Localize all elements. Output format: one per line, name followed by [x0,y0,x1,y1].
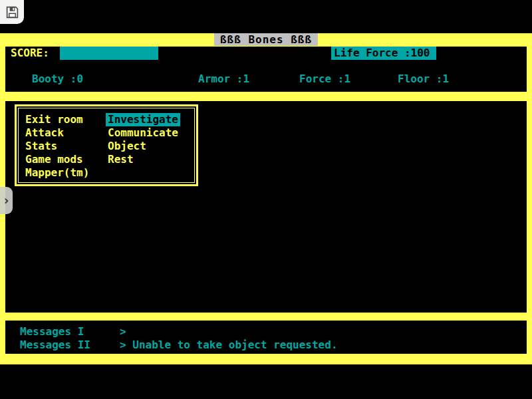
stat-floor: Floor :1 [398,72,449,86]
life-force-badge: Life Force :100 [331,47,436,60]
game-title: ßßß Bones ßßß [214,33,318,46]
stat-booty: Booty :0 [32,72,83,86]
score-bar: 0 [60,47,158,60]
menu-item-exit-room[interactable]: Exit room [25,113,89,126]
menu-item-rest[interactable]: Rest [108,153,180,166]
menu-item-investigate[interactable]: Investigate [106,113,180,126]
save-button[interactable] [0,0,24,24]
menu-item-attack[interactable]: Attack [25,126,89,140]
drawer-handle[interactable]: › [0,187,13,214]
messages-2-text: > Unable to take object requested. [120,338,338,352]
menu-column-left: Exit room Attack Stats Game mods Mapper(… [25,113,89,180]
menu-item-mapper[interactable]: Mapper(tm) [25,166,89,180]
action-menu: Exit room Attack Stats Game mods Mapper(… [15,104,198,186]
stat-force: Force :1 [299,72,350,86]
stat-armor: Armor :1 [198,72,249,86]
chevron-right-icon: › [3,194,10,207]
floppy-disk-icon [5,5,19,19]
messages-1-text: > [120,325,126,338]
menu-column-right: Investigate Communicate Object Rest [108,113,180,166]
menu-item-communicate[interactable]: Communicate [108,126,180,140]
score-value: 0 [148,60,155,72]
menu-item-game-mods[interactable]: Game mods [25,153,89,166]
game-screen: ßßß Bones ßßß SCORE: 0 Life Force :100 B… [0,0,532,399]
messages-1-label: Messages I [20,325,84,338]
score-label: SCORE: [11,47,49,60]
messages-2-label: Messages II [20,338,90,352]
menu-item-stats[interactable]: Stats [25,140,89,153]
menu-item-object[interactable]: Object [108,140,180,153]
